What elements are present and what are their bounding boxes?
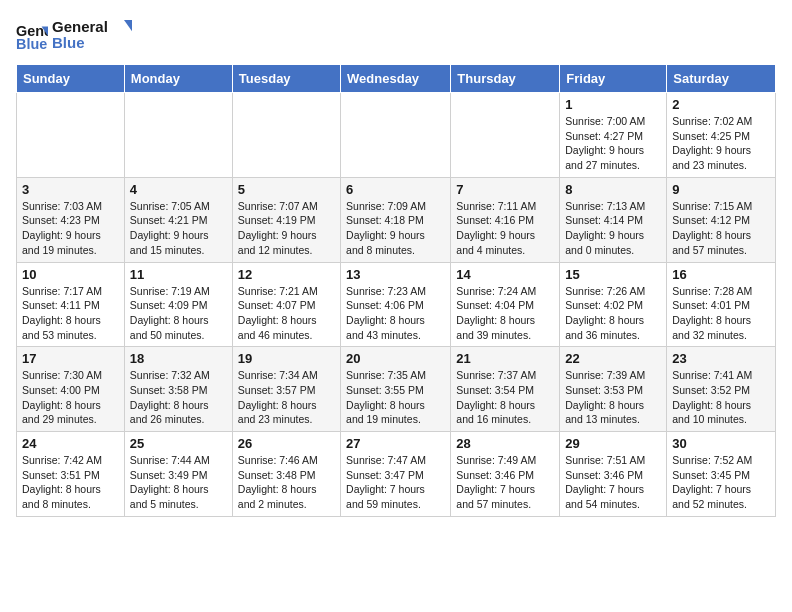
day-info: Sunrise: 7:35 AMSunset: 3:55 PMDaylight:… [346, 368, 445, 427]
day-number: 10 [22, 267, 119, 282]
calendar-cell: 21Sunrise: 7:37 AMSunset: 3:54 PMDayligh… [451, 347, 560, 432]
calendar-cell: 1Sunrise: 7:00 AMSunset: 4:27 PMDaylight… [560, 93, 667, 178]
day-number: 17 [22, 351, 119, 366]
day-info: Sunrise: 7:44 AMSunset: 3:49 PMDaylight:… [130, 453, 227, 512]
calendar-cell: 15Sunrise: 7:26 AMSunset: 4:02 PMDayligh… [560, 262, 667, 347]
calendar-row-4: 17Sunrise: 7:30 AMSunset: 4:00 PMDayligh… [17, 347, 776, 432]
day-number: 24 [22, 436, 119, 451]
day-number: 28 [456, 436, 554, 451]
calendar-cell: 10Sunrise: 7:17 AMSunset: 4:11 PMDayligh… [17, 262, 125, 347]
calendar-cell: 14Sunrise: 7:24 AMSunset: 4:04 PMDayligh… [451, 262, 560, 347]
day-info: Sunrise: 7:32 AMSunset: 3:58 PMDaylight:… [130, 368, 227, 427]
calendar-cell: 27Sunrise: 7:47 AMSunset: 3:47 PMDayligh… [341, 432, 451, 517]
day-number: 19 [238, 351, 335, 366]
day-info: Sunrise: 7:03 AMSunset: 4:23 PMDaylight:… [22, 199, 119, 258]
calendar-cell [451, 93, 560, 178]
day-number: 21 [456, 351, 554, 366]
day-number: 2 [672, 97, 770, 112]
calendar-cell: 19Sunrise: 7:34 AMSunset: 3:57 PMDayligh… [232, 347, 340, 432]
day-info: Sunrise: 7:37 AMSunset: 3:54 PMDaylight:… [456, 368, 554, 427]
calendar-cell: 16Sunrise: 7:28 AMSunset: 4:01 PMDayligh… [667, 262, 776, 347]
weekday-header-wednesday: Wednesday [341, 65, 451, 93]
day-number: 3 [22, 182, 119, 197]
calendar-cell: 8Sunrise: 7:13 AMSunset: 4:14 PMDaylight… [560, 177, 667, 262]
day-number: 30 [672, 436, 770, 451]
day-info: Sunrise: 7:51 AMSunset: 3:46 PMDaylight:… [565, 453, 661, 512]
calendar-cell: 24Sunrise: 7:42 AMSunset: 3:51 PMDayligh… [17, 432, 125, 517]
logo: General Blue General Blue [16, 16, 132, 56]
day-info: Sunrise: 7:47 AMSunset: 3:47 PMDaylight:… [346, 453, 445, 512]
day-info: Sunrise: 7:49 AMSunset: 3:46 PMDaylight:… [456, 453, 554, 512]
day-number: 4 [130, 182, 227, 197]
day-info: Sunrise: 7:13 AMSunset: 4:14 PMDaylight:… [565, 199, 661, 258]
weekday-header-tuesday: Tuesday [232, 65, 340, 93]
calendar-cell: 11Sunrise: 7:19 AMSunset: 4:09 PMDayligh… [124, 262, 232, 347]
calendar-row-2: 3Sunrise: 7:03 AMSunset: 4:23 PMDaylight… [17, 177, 776, 262]
calendar-cell [124, 93, 232, 178]
svg-text:Blue: Blue [52, 34, 85, 51]
calendar-cell: 3Sunrise: 7:03 AMSunset: 4:23 PMDaylight… [17, 177, 125, 262]
calendar-cell: 7Sunrise: 7:11 AMSunset: 4:16 PMDaylight… [451, 177, 560, 262]
day-info: Sunrise: 7:15 AMSunset: 4:12 PMDaylight:… [672, 199, 770, 258]
svg-text:General: General [52, 18, 108, 35]
day-info: Sunrise: 7:11 AMSunset: 4:16 PMDaylight:… [456, 199, 554, 258]
day-number: 5 [238, 182, 335, 197]
calendar-cell: 22Sunrise: 7:39 AMSunset: 3:53 PMDayligh… [560, 347, 667, 432]
day-info: Sunrise: 7:19 AMSunset: 4:09 PMDaylight:… [130, 284, 227, 343]
calendar-cell: 5Sunrise: 7:07 AMSunset: 4:19 PMDaylight… [232, 177, 340, 262]
weekday-header-friday: Friday [560, 65, 667, 93]
calendar-cell [17, 93, 125, 178]
day-number: 12 [238, 267, 335, 282]
day-number: 14 [456, 267, 554, 282]
calendar-cell: 9Sunrise: 7:15 AMSunset: 4:12 PMDaylight… [667, 177, 776, 262]
day-number: 8 [565, 182, 661, 197]
svg-text:Blue: Blue [16, 36, 47, 52]
day-number: 16 [672, 267, 770, 282]
day-info: Sunrise: 7:23 AMSunset: 4:06 PMDaylight:… [346, 284, 445, 343]
day-info: Sunrise: 7:05 AMSunset: 4:21 PMDaylight:… [130, 199, 227, 258]
calendar-cell: 12Sunrise: 7:21 AMSunset: 4:07 PMDayligh… [232, 262, 340, 347]
calendar-cell: 30Sunrise: 7:52 AMSunset: 3:45 PMDayligh… [667, 432, 776, 517]
calendar-table: SundayMondayTuesdayWednesdayThursdayFrid… [16, 64, 776, 517]
calendar-cell [232, 93, 340, 178]
calendar-cell: 23Sunrise: 7:41 AMSunset: 3:52 PMDayligh… [667, 347, 776, 432]
day-info: Sunrise: 7:21 AMSunset: 4:07 PMDaylight:… [238, 284, 335, 343]
svg-marker-5 [124, 20, 132, 34]
day-info: Sunrise: 7:30 AMSunset: 4:00 PMDaylight:… [22, 368, 119, 427]
day-number: 15 [565, 267, 661, 282]
day-info: Sunrise: 7:34 AMSunset: 3:57 PMDaylight:… [238, 368, 335, 427]
day-info: Sunrise: 7:24 AMSunset: 4:04 PMDaylight:… [456, 284, 554, 343]
day-number: 9 [672, 182, 770, 197]
calendar-row-1: 1Sunrise: 7:00 AMSunset: 4:27 PMDaylight… [17, 93, 776, 178]
day-number: 29 [565, 436, 661, 451]
day-info: Sunrise: 7:52 AMSunset: 3:45 PMDaylight:… [672, 453, 770, 512]
day-info: Sunrise: 7:39 AMSunset: 3:53 PMDaylight:… [565, 368, 661, 427]
calendar-cell: 6Sunrise: 7:09 AMSunset: 4:18 PMDaylight… [341, 177, 451, 262]
calendar-cell: 25Sunrise: 7:44 AMSunset: 3:49 PMDayligh… [124, 432, 232, 517]
day-number: 27 [346, 436, 445, 451]
weekday-header-monday: Monday [124, 65, 232, 93]
calendar-cell: 17Sunrise: 7:30 AMSunset: 4:00 PMDayligh… [17, 347, 125, 432]
day-info: Sunrise: 7:07 AMSunset: 4:19 PMDaylight:… [238, 199, 335, 258]
calendar-cell: 13Sunrise: 7:23 AMSunset: 4:06 PMDayligh… [341, 262, 451, 347]
day-info: Sunrise: 7:46 AMSunset: 3:48 PMDaylight:… [238, 453, 335, 512]
day-number: 23 [672, 351, 770, 366]
day-number: 18 [130, 351, 227, 366]
calendar-cell: 28Sunrise: 7:49 AMSunset: 3:46 PMDayligh… [451, 432, 560, 517]
calendar-cell [341, 93, 451, 178]
calendar-cell: 2Sunrise: 7:02 AMSunset: 4:25 PMDaylight… [667, 93, 776, 178]
calendar-row-5: 24Sunrise: 7:42 AMSunset: 3:51 PMDayligh… [17, 432, 776, 517]
calendar-cell: 29Sunrise: 7:51 AMSunset: 3:46 PMDayligh… [560, 432, 667, 517]
calendar-cell: 20Sunrise: 7:35 AMSunset: 3:55 PMDayligh… [341, 347, 451, 432]
day-info: Sunrise: 7:09 AMSunset: 4:18 PMDaylight:… [346, 199, 445, 258]
day-info: Sunrise: 7:00 AMSunset: 4:27 PMDaylight:… [565, 114, 661, 173]
day-number: 11 [130, 267, 227, 282]
day-info: Sunrise: 7:28 AMSunset: 4:01 PMDaylight:… [672, 284, 770, 343]
calendar-row-3: 10Sunrise: 7:17 AMSunset: 4:11 PMDayligh… [17, 262, 776, 347]
day-number: 7 [456, 182, 554, 197]
logo-icon: General Blue [16, 20, 48, 52]
day-number: 26 [238, 436, 335, 451]
weekday-header-row: SundayMondayTuesdayWednesdayThursdayFrid… [17, 65, 776, 93]
day-info: Sunrise: 7:26 AMSunset: 4:02 PMDaylight:… [565, 284, 661, 343]
day-info: Sunrise: 7:41 AMSunset: 3:52 PMDaylight:… [672, 368, 770, 427]
